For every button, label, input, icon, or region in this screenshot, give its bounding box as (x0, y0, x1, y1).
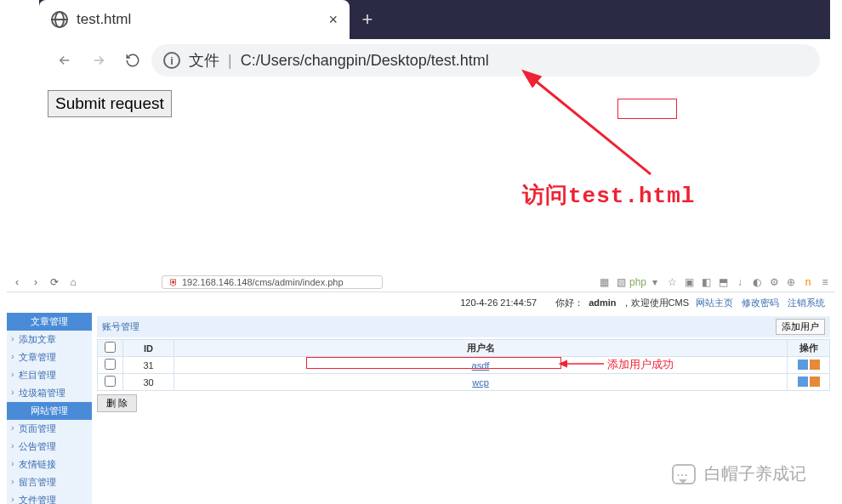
sidebar-section: 文章管理 (7, 313, 92, 331)
admin-toolbar: ‹ › ⟳ ⌂ ⛨ 192.168.146.148/cms/admin/inde… (7, 272, 835, 292)
tool-icon[interactable]: ⚙ (767, 275, 781, 289)
wechat-icon: ••• (672, 464, 696, 484)
tool-icon[interactable]: ▣ (682, 275, 696, 289)
edit-icon[interactable] (798, 360, 808, 370)
annotation-box-user (306, 357, 561, 369)
greeting: 你好： (555, 297, 583, 309)
tab-bar: test.html × + (39, 0, 830, 39)
sidebar-item[interactable]: 文章管理 (7, 348, 92, 366)
sidebar-section: 网站管理 (7, 402, 92, 420)
checkbox-all[interactable] (105, 342, 116, 353)
admin-reload-icon[interactable]: ⟳ (48, 275, 61, 289)
toolbar: i 文件 | C:/Users/changpin/Desktop/test.ht… (39, 39, 830, 82)
addr-path: C:/Users/changpin/Desktop/test.html (241, 52, 489, 70)
shield-icon: ⛨ (169, 277, 179, 287)
delete-icon[interactable] (810, 360, 820, 370)
sidebar-item[interactable]: 添加文章 (7, 331, 92, 348)
current-user: admin (589, 297, 616, 308)
edit-icon[interactable] (798, 377, 808, 387)
row-checkbox[interactable] (105, 359, 116, 370)
reload-button[interactable] (117, 45, 148, 76)
page-content: Submit request (39, 82, 830, 126)
timestamp: 120-4-26 21:44:57 (460, 297, 537, 308)
forward-button[interactable] (83, 45, 114, 76)
tool-icon[interactable]: ◐ (750, 275, 764, 289)
sidebar-item[interactable]: 留言管理 (7, 473, 92, 491)
admin-address-bar[interactable]: ⛨ 192.168.146.148/cms/admin/index.php (162, 275, 383, 289)
link-logout[interactable]: 注销系统 (788, 297, 825, 309)
sidebar-item[interactable]: 文件管理 (7, 491, 92, 504)
admin-url: 192.168.146.148/cms/admin/index.php (182, 277, 344, 287)
col-user: 用户名 (174, 340, 788, 357)
add-user-button[interactable]: 添加用户 (776, 319, 825, 335)
address-bar[interactable]: i 文件 | C:/Users/changpin/Desktop/test.ht… (151, 44, 820, 76)
tool-icon[interactable]: ☆ (665, 275, 679, 289)
back-button[interactable] (49, 45, 80, 76)
cell-user[interactable]: wcp (472, 377, 489, 388)
tool-icon[interactable]: ▾ (648, 275, 662, 289)
admin-home-icon[interactable]: ⌂ (66, 275, 80, 289)
delete-icon[interactable] (810, 377, 820, 387)
separator: | (228, 52, 232, 70)
sidebar-item[interactable]: 公告管理 (7, 438, 92, 456)
tool-icon[interactable]: ⬒ (716, 275, 730, 289)
cell-id: 31 (123, 357, 174, 374)
globe-icon (51, 11, 68, 28)
tool-icon[interactable]: ▦ (597, 275, 611, 289)
col-id: ID (123, 340, 174, 357)
watermark: ••• 白帽子养成记 (672, 462, 806, 485)
tab-title: test.html (77, 11, 320, 28)
welcome: ，欢迎使用CMS (622, 297, 689, 309)
panel-title-text: 账号管理 (102, 320, 139, 333)
row-checkbox[interactable] (105, 376, 116, 387)
tool-icon[interactable]: n (801, 275, 815, 289)
svg-line-0 (533, 79, 651, 174)
browser-window: test.html × + i 文件 | C:/Users/changpin/D… (39, 0, 830, 126)
browser-tab[interactable]: test.html × (39, 0, 350, 39)
annotation-text-user: 添加用户成功 (607, 357, 674, 372)
tool-icon[interactable]: ↓ (733, 275, 747, 289)
watermark-text: 白帽子养成记 (704, 462, 806, 485)
annotation-text: 访问test.html (522, 180, 695, 210)
annotation-arrow-icon (523, 72, 676, 186)
panel-title: 账号管理 添加用户 (97, 316, 830, 337)
sidebar-item[interactable]: 页面管理 (7, 420, 92, 438)
sidebar-item[interactable]: 栏目管理 (7, 366, 92, 384)
submit-request-button[interactable]: Submit request (48, 90, 172, 117)
link-home[interactable]: 网站主页 (696, 297, 733, 309)
admin-forward-icon[interactable]: › (29, 275, 43, 289)
col-op: 操作 (788, 340, 830, 357)
sidebar-item[interactable]: 友情链接 (7, 456, 92, 473)
tool-icon[interactable]: ◧ (699, 275, 713, 289)
tool-icon[interactable]: ▧ (614, 275, 628, 289)
admin-topbar: 120-4-26 21:44:57 你好： admin ，欢迎使用CMS 网站主… (7, 292, 835, 313)
close-tab-icon[interactable]: × (328, 11, 338, 29)
menu-icon[interactable]: ≡ (818, 275, 832, 289)
table-row: 30 wcp (98, 374, 830, 391)
cell-id: 30 (123, 374, 174, 391)
link-pwd[interactable]: 修改密码 (742, 297, 779, 309)
addr-prefix: 文件 (189, 50, 219, 71)
annotation-arrow-icon (561, 355, 612, 376)
info-icon[interactable]: i (163, 52, 180, 69)
sidebar-item[interactable]: 垃圾箱管理 (7, 384, 92, 402)
tool-icon[interactable]: ⊕ (784, 275, 798, 289)
sidebar: 文章管理 添加文章 文章管理 栏目管理 垃圾箱管理 网站管理 页面管理 公告管理… (7, 313, 92, 504)
admin-back-icon[interactable]: ‹ (10, 275, 24, 289)
delete-button[interactable]: 删 除 (97, 394, 137, 412)
new-tab-button[interactable]: + (350, 0, 385, 39)
tool-icon[interactable]: php (631, 275, 645, 289)
